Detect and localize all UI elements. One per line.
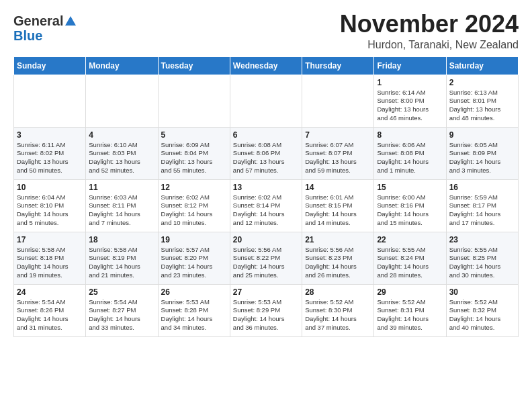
- calendar-cell: 26Sunrise: 5:53 AM Sunset: 8:28 PM Dayli…: [158, 284, 230, 336]
- cell-content: Sunrise: 5:52 AM Sunset: 8:30 PM Dayligh…: [305, 298, 371, 332]
- day-of-week-header: Wednesday: [230, 56, 302, 75]
- calendar-cell: [230, 75, 302, 127]
- day-number: 25: [89, 287, 154, 297]
- calendar-cell: 4Sunrise: 6:10 AM Sunset: 8:03 PM Daylig…: [86, 127, 158, 179]
- calendar-cell: 21Sunrise: 5:56 AM Sunset: 8:23 PM Dayli…: [302, 232, 374, 284]
- logo: General Blue: [13, 13, 77, 43]
- day-number: 11: [89, 183, 154, 192]
- calendar-cell: [158, 75, 230, 127]
- cell-content: Sunrise: 5:55 AM Sunset: 8:25 PM Dayligh…: [449, 246, 515, 280]
- calendar-cell: 27Sunrise: 5:53 AM Sunset: 8:29 PM Dayli…: [230, 284, 302, 336]
- cell-content: Sunrise: 5:53 AM Sunset: 8:28 PM Dayligh…: [161, 298, 227, 332]
- cell-content: Sunrise: 6:13 AM Sunset: 8:01 PM Dayligh…: [449, 89, 515, 123]
- day-number: 2: [449, 78, 515, 87]
- title-block: November 2024 Hurdon, Taranaki, New Zeal…: [340, 11, 519, 51]
- calendar-cell: 8Sunrise: 6:06 AM Sunset: 8:08 PM Daylig…: [374, 127, 446, 179]
- day-number: 20: [233, 235, 299, 244]
- calendar-week-row: 3Sunrise: 6:11 AM Sunset: 8:02 PM Daylig…: [14, 127, 519, 179]
- cell-content: Sunrise: 6:07 AM Sunset: 8:07 PM Dayligh…: [305, 141, 371, 175]
- calendar-cell: 3Sunrise: 6:11 AM Sunset: 8:02 PM Daylig…: [14, 127, 86, 179]
- cell-content: Sunrise: 6:14 AM Sunset: 8:00 PM Dayligh…: [377, 89, 443, 123]
- cell-content: Sunrise: 5:58 AM Sunset: 8:18 PM Dayligh…: [17, 246, 83, 280]
- day-number: 8: [377, 130, 443, 140]
- day-number: 10: [17, 183, 83, 192]
- logo-blue-text: Blue: [13, 28, 42, 43]
- calendar-cell: 5Sunrise: 6:09 AM Sunset: 8:04 PM Daylig…: [158, 127, 230, 179]
- day-number: 5: [161, 130, 227, 140]
- calendar-cell: 20Sunrise: 5:56 AM Sunset: 8:22 PM Dayli…: [230, 232, 302, 284]
- cell-content: Sunrise: 5:58 AM Sunset: 8:19 PM Dayligh…: [89, 246, 154, 280]
- calendar-cell: 11Sunrise: 6:03 AM Sunset: 8:11 PM Dayli…: [86, 179, 158, 232]
- calendar-cell: 2Sunrise: 6:13 AM Sunset: 8:01 PM Daylig…: [446, 75, 518, 127]
- calendar-cell: 28Sunrise: 5:52 AM Sunset: 8:30 PM Dayli…: [302, 284, 374, 336]
- month-title: November 2024: [340, 11, 519, 38]
- day-number: 27: [233, 287, 299, 297]
- calendar-cell: 6Sunrise: 6:08 AM Sunset: 8:06 PM Daylig…: [230, 127, 302, 179]
- cell-content: Sunrise: 6:08 AM Sunset: 8:06 PM Dayligh…: [233, 141, 299, 175]
- cell-content: Sunrise: 5:56 AM Sunset: 8:22 PM Dayligh…: [233, 246, 299, 280]
- day-number: 17: [17, 235, 83, 244]
- cell-content: Sunrise: 6:03 AM Sunset: 8:11 PM Dayligh…: [89, 193, 154, 228]
- calendar-cell: 7Sunrise: 6:07 AM Sunset: 8:07 PM Daylig…: [302, 127, 374, 179]
- calendar-cell: 13Sunrise: 6:02 AM Sunset: 8:14 PM Dayli…: [230, 179, 302, 232]
- logo-general-text: General: [13, 13, 63, 28]
- cell-content: Sunrise: 6:11 AM Sunset: 8:02 PM Dayligh…: [17, 141, 83, 175]
- calendar-cell: 12Sunrise: 6:02 AM Sunset: 8:12 PM Dayli…: [158, 179, 230, 232]
- day-number: 28: [305, 287, 371, 297]
- calendar-cell: 29Sunrise: 5:52 AM Sunset: 8:31 PM Dayli…: [374, 284, 446, 336]
- cell-content: Sunrise: 5:55 AM Sunset: 8:24 PM Dayligh…: [377, 246, 443, 280]
- calendar-cell: 16Sunrise: 5:59 AM Sunset: 8:17 PM Dayli…: [446, 179, 518, 232]
- cell-content: Sunrise: 6:04 AM Sunset: 8:10 PM Dayligh…: [17, 193, 83, 228]
- cell-content: Sunrise: 5:52 AM Sunset: 8:31 PM Dayligh…: [377, 298, 443, 332]
- day-number: 3: [17, 130, 83, 140]
- day-number: 1: [377, 78, 443, 87]
- cell-content: Sunrise: 5:54 AM Sunset: 8:27 PM Dayligh…: [89, 298, 154, 332]
- logo-triangle-icon: [64, 15, 77, 27]
- day-number: 21: [305, 235, 371, 244]
- cell-content: Sunrise: 6:06 AM Sunset: 8:08 PM Dayligh…: [377, 141, 443, 175]
- day-number: 7: [305, 130, 371, 140]
- calendar-cell: 30Sunrise: 5:52 AM Sunset: 8:32 PM Dayli…: [446, 284, 518, 336]
- day-number: 9: [449, 130, 515, 140]
- calendar-cell: [14, 75, 86, 127]
- day-number: 16: [449, 183, 515, 192]
- cell-content: Sunrise: 6:02 AM Sunset: 8:14 PM Dayligh…: [233, 193, 299, 228]
- calendar-cell: 22Sunrise: 5:55 AM Sunset: 8:24 PM Dayli…: [374, 232, 446, 284]
- day-number: 14: [305, 183, 371, 192]
- calendar-week-row: 1Sunrise: 6:14 AM Sunset: 8:00 PM Daylig…: [14, 75, 519, 127]
- cell-content: Sunrise: 6:01 AM Sunset: 8:15 PM Dayligh…: [305, 193, 371, 228]
- day-number: 26: [161, 287, 227, 297]
- calendar-cell: 9Sunrise: 6:05 AM Sunset: 8:09 PM Daylig…: [446, 127, 518, 179]
- day-of-week-header: Sunday: [14, 56, 86, 75]
- day-number: 13: [233, 183, 299, 192]
- day-number: 19: [161, 235, 227, 244]
- cell-content: Sunrise: 5:59 AM Sunset: 8:17 PM Dayligh…: [449, 193, 515, 228]
- cell-content: Sunrise: 5:56 AM Sunset: 8:23 PM Dayligh…: [305, 246, 371, 280]
- cell-content: Sunrise: 5:52 AM Sunset: 8:32 PM Dayligh…: [449, 298, 515, 332]
- location-title: Hurdon, Taranaki, New Zealand: [340, 39, 519, 51]
- day-of-week-header: Thursday: [302, 56, 374, 75]
- day-of-week-header: Saturday: [446, 56, 518, 75]
- calendar-table: SundayMondayTuesdayWednesdayThursdayFrid…: [13, 56, 519, 337]
- day-number: 12: [161, 183, 227, 192]
- calendar-cell: [86, 75, 158, 127]
- calendar-cell: 1Sunrise: 6:14 AM Sunset: 8:00 PM Daylig…: [374, 75, 446, 127]
- cell-content: Sunrise: 6:00 AM Sunset: 8:16 PM Dayligh…: [377, 193, 443, 228]
- day-number: 18: [89, 235, 154, 244]
- day-number: 24: [17, 287, 83, 297]
- day-of-week-header: Friday: [374, 56, 446, 75]
- cell-content: Sunrise: 5:57 AM Sunset: 8:20 PM Dayligh…: [161, 246, 227, 280]
- day-number: 15: [377, 183, 443, 192]
- cell-content: Sunrise: 6:02 AM Sunset: 8:12 PM Dayligh…: [161, 193, 227, 228]
- cell-content: Sunrise: 6:05 AM Sunset: 8:09 PM Dayligh…: [449, 141, 515, 175]
- calendar-cell: [302, 75, 374, 127]
- header-row: SundayMondayTuesdayWednesdayThursdayFrid…: [14, 56, 519, 75]
- calendar-cell: 15Sunrise: 6:00 AM Sunset: 8:16 PM Dayli…: [374, 179, 446, 232]
- day-of-week-header: Tuesday: [158, 56, 230, 75]
- day-number: 23: [449, 235, 515, 244]
- calendar-week-row: 24Sunrise: 5:54 AM Sunset: 8:26 PM Dayli…: [14, 284, 519, 336]
- calendar-cell: 23Sunrise: 5:55 AM Sunset: 8:25 PM Dayli…: [446, 232, 518, 284]
- day-number: 4: [89, 130, 154, 140]
- calendar-week-row: 10Sunrise: 6:04 AM Sunset: 8:10 PM Dayli…: [14, 179, 519, 232]
- day-number: 22: [377, 235, 443, 244]
